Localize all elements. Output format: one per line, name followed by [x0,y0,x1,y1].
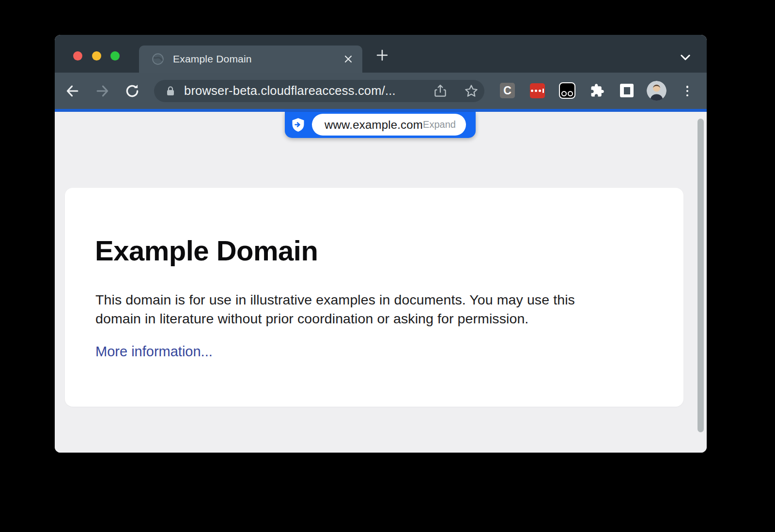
back-button[interactable] [64,83,81,99]
extension-c-icon[interactable]: C [500,83,515,98]
close-tab-icon[interactable] [342,53,354,65]
lastpass-dot [535,90,537,92]
browser-window: Example Domain [55,35,707,453]
lock-icon[interactable] [166,86,175,96]
isolation-banner: www.example.com Expand [285,112,476,138]
extension-lastpass-icon[interactable] [530,83,545,98]
more-information-link[interactable]: More information... [95,344,213,360]
page-title: Example Domain [95,234,318,267]
tab-example-domain[interactable]: Example Domain [139,46,362,73]
macos-zoom-button[interactable] [110,51,120,61]
bookmark-star-icon[interactable] [464,84,479,98]
shield-arrow-icon [292,118,305,132]
address-bar[interactable]: browser-beta.cloudflareaccess.com/... [154,80,484,102]
page-scrollbar-thumb[interactable] [698,119,704,432]
lastpass-bar [542,89,544,93]
paragraph-line-1: This domain is for use in illustrative e… [95,290,575,309]
share-icon[interactable] [433,84,448,98]
content-card: Example Domain This domain is for use in… [65,188,683,407]
circle-right [568,91,573,96]
url-text[interactable]: browser-beta.cloudflareaccess.com/... [184,84,396,98]
menu-dot [686,86,689,88]
reload-button[interactable] [124,83,140,99]
profile-avatar[interactable] [647,81,666,101]
page-viewport: www.example.com Expand Example Domain Th… [55,112,707,453]
isolated-domain-pill: www.example.com Expand [312,114,466,136]
extension-c-letter: C [503,84,512,97]
side-panel-hole [624,87,630,94]
globe-favicon-icon [152,53,164,65]
tab-title: Example Domain [173,53,252,65]
extensions-puzzle-icon[interactable] [590,83,604,98]
macos-minimize-button[interactable] [92,51,101,61]
browser-menu-icon[interactable] [682,85,692,97]
browser-toolbar: browser-beta.cloudflareaccess.com/... C [55,73,707,109]
tab-search-chevron-icon[interactable] [679,50,692,64]
isolated-domain-text: www.example.com [325,118,423,132]
expand-button[interactable]: Expand [423,119,456,130]
page-paragraph: This domain is for use in illustrative e… [95,290,575,328]
menu-dot [686,90,689,92]
menu-dot [686,94,689,97]
new-tab-button[interactable] [375,48,389,62]
paragraph-line-2: domain in literature without prior coord… [95,309,575,328]
side-panel-icon[interactable] [620,84,634,97]
tab-strip: Example Domain [55,35,707,73]
extension-circles-icon[interactable] [559,82,575,99]
circle-left [561,91,567,96]
macos-close-button[interactable] [73,51,82,61]
forward-button[interactable] [94,83,110,99]
lastpass-dot [539,90,541,92]
lastpass-dot [531,90,533,92]
